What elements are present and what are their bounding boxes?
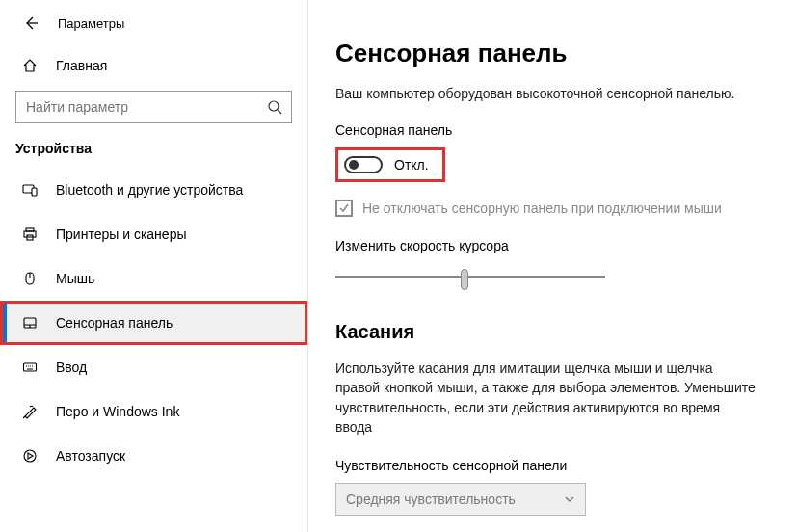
touchpad-toggle-state: Откл. xyxy=(394,157,429,173)
search-input[interactable] xyxy=(26,99,266,115)
printer-icon xyxy=(21,226,39,242)
svg-rect-2 xyxy=(32,188,37,196)
app-title: Параметры xyxy=(58,16,124,31)
back-button[interactable] xyxy=(21,13,40,33)
touches-paragraph: Используйте касания для имитации щелчка … xyxy=(335,359,759,437)
sidebar-item-label: Перо и Windows Ink xyxy=(56,404,179,419)
sidebar-header: Параметры xyxy=(0,13,307,50)
checkbox-label: Не отключать сенсорную панель при подклю… xyxy=(362,200,722,216)
sidebar-item-mouse[interactable]: Мышь xyxy=(0,256,307,301)
sidebar-item-pen[interactable]: Перо и Windows Ink xyxy=(0,389,307,434)
chevron-down-icon xyxy=(564,493,575,505)
main-content: Сенсорная панель Ваш компьютер оборудова… xyxy=(308,0,797,532)
svg-rect-4 xyxy=(24,231,36,237)
sidebar-item-touchpad[interactable]: Сенсорная панель xyxy=(0,301,307,345)
home-icon xyxy=(21,58,39,73)
slider-track xyxy=(335,276,605,278)
slider-thumb[interactable] xyxy=(461,269,468,290)
touchpad-toggle[interactable] xyxy=(344,156,383,173)
sidebar-item-bluetooth[interactable]: Bluetooth и другие устройства xyxy=(0,168,307,212)
sidebar-item-autoplay[interactable]: Автозапуск xyxy=(0,434,307,478)
sensitivity-label: Чувствительность сенсорной панели xyxy=(335,458,770,473)
cursor-speed-label: Изменить скорость курсора xyxy=(335,238,770,253)
sensitivity-select[interactable]: Средняя чувствительность xyxy=(335,483,586,516)
checkbox-icon xyxy=(335,200,353,217)
arrow-left-icon xyxy=(23,15,39,31)
touchpad-toggle-label: Сенсорная панель xyxy=(335,122,770,138)
sensitivity-value: Средняя чувствительность xyxy=(346,492,516,507)
mouse-icon xyxy=(21,271,39,286)
sidebar-item-label: Ввод xyxy=(56,359,87,375)
sidebar-item-label: Bluetooth и другие устройства xyxy=(56,182,243,198)
keyboard-icon xyxy=(21,359,39,375)
svg-point-0 xyxy=(269,101,279,111)
cursor-speed-slider[interactable] xyxy=(335,267,605,286)
sidebar-section-title: Устройства xyxy=(0,141,307,168)
devices-icon xyxy=(21,182,39,198)
home-button[interactable]: Главная xyxy=(0,50,307,81)
sidebar-item-label: Мышь xyxy=(56,271,94,286)
page-title: Сенсорная панель xyxy=(335,39,770,68)
home-label: Главная xyxy=(56,58,107,73)
touchpad-icon xyxy=(21,315,39,331)
pen-icon xyxy=(21,404,39,419)
sidebar-item-typing[interactable]: Ввод xyxy=(0,345,307,389)
search-icon xyxy=(266,99,283,115)
svg-rect-8 xyxy=(24,363,37,371)
keep-on-mouse-checkbox-row[interactable]: Не отключать сенсорную панель при подклю… xyxy=(335,200,770,217)
touches-heading: Касания xyxy=(335,321,770,343)
search-box[interactable] xyxy=(15,91,292,123)
sidebar-item-printers[interactable]: Принтеры и сканеры xyxy=(0,212,307,256)
sidebar: Параметры Главная Устройства Bluetoot xyxy=(0,0,308,532)
autoplay-icon xyxy=(21,448,39,464)
sidebar-item-label: Автозапуск xyxy=(56,448,125,464)
touchpad-toggle-row: Откл. xyxy=(335,147,445,182)
sidebar-nav: Bluetooth и другие устройства Принтеры и… xyxy=(0,168,307,478)
toggle-knob xyxy=(349,160,359,170)
svg-point-9 xyxy=(24,450,36,462)
sidebar-item-label: Сенсорная панель xyxy=(56,315,173,331)
page-description: Ваш компьютер оборудован высокоточной се… xyxy=(335,86,770,101)
sidebar-item-label: Принтеры и сканеры xyxy=(56,226,186,242)
